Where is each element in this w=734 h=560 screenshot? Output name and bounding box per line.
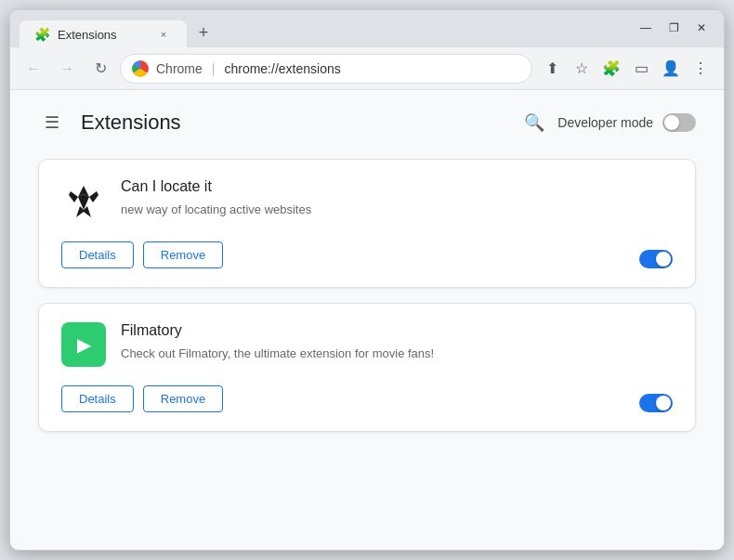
remove-button-filmatory[interactable]: Remove [143, 385, 223, 412]
ext-icon-canlocate [61, 178, 106, 223]
remove-button-canlocate[interactable]: Remove [143, 241, 223, 268]
toggle-knob-filmatory [656, 396, 671, 410]
new-tab-button[interactable]: + [190, 20, 216, 46]
address-bar[interactable]: Chrome | chrome://extensions [120, 54, 532, 84]
ext-header-canlocate: Can I locate it new way of locating acti… [61, 178, 673, 223]
page-title: Extensions [81, 111, 181, 135]
profile-button[interactable]: 👤 [657, 55, 685, 83]
page-content: ☰ Extensions 🔍 Developer mode [10, 90, 724, 550]
title-bar: 🧩 Extensions × + — ❐ ✕ [10, 10, 724, 47]
ext-info-canlocate: Can I locate it new way of locating acti… [121, 178, 673, 219]
toggle-knob [664, 115, 679, 130]
filmatory-svg-icon [61, 322, 106, 367]
bookmark-button[interactable]: ☆ [568, 55, 596, 83]
ext-actions-filmatory: Details Remove [61, 385, 673, 412]
ext-name-canlocate: Can I locate it [121, 178, 673, 195]
maximize-button[interactable]: ❐ [661, 18, 687, 38]
developer-mode-area: 🔍 Developer mode [520, 109, 696, 137]
toggle-knob-canlocate [656, 252, 671, 267]
ext-header-filmatory: Filmatory Check out Filmatory, the ultim… [61, 322, 673, 367]
tab-close-button[interactable]: × [155, 26, 172, 43]
page-header: ☰ Extensions 🔍 Developer mode [38, 109, 696, 137]
address-separator: | [212, 61, 216, 76]
minimize-button[interactable]: — [633, 18, 659, 38]
chrome-label: Chrome [156, 61, 203, 76]
toolbar: ← → ↻ Chrome | chrome://extensions ⬆ ☆ 🧩… [10, 47, 724, 90]
ext-enable-toggle-filmatory[interactable] [639, 394, 673, 412]
window-controls: — ❐ ✕ [633, 18, 714, 38]
close-button[interactable]: ✕ [688, 18, 714, 38]
address-text: chrome://extensions [224, 61, 340, 76]
developer-mode-toggle[interactable] [662, 113, 696, 132]
extension-card-canlocate: Can I locate it new way of locating acti… [38, 159, 696, 288]
details-button-filmatory[interactable]: Details [61, 385, 134, 412]
browser-window: 🧩 Extensions × + — ❐ ✕ ← → ↻ Chrome | ch… [9, 9, 725, 551]
hamburger-menu-button[interactable]: ☰ [38, 109, 66, 137]
ext-enable-toggle-canlocate[interactable] [639, 250, 673, 268]
ext-toggle-area-filmatory [639, 394, 673, 412]
ext-description-filmatory: Check out Filmatory, the ultimate extens… [121, 345, 673, 363]
svg-marker-2 [89, 191, 98, 202]
ext-icon-filmatory [61, 322, 106, 367]
ext-toggle-area-canlocate [639, 250, 673, 268]
ext-name-filmatory: Filmatory [121, 322, 673, 339]
sidebar-button[interactable]: ▭ [627, 55, 655, 83]
refresh-button[interactable]: ↻ [86, 55, 114, 83]
svg-marker-1 [69, 191, 78, 202]
canlocate-svg-icon [61, 178, 106, 223]
active-tab[interactable]: 🧩 Extensions × [20, 20, 187, 48]
ext-info-filmatory: Filmatory Check out Filmatory, the ultim… [121, 322, 673, 363]
extensions-page: ☰ Extensions 🔍 Developer mode [10, 90, 724, 465]
forward-button[interactable]: → [53, 55, 81, 83]
developer-mode-label: Developer mode [557, 115, 653, 130]
menu-button[interactable]: ⋮ [687, 55, 714, 83]
share-button[interactable]: ⬆ [538, 55, 566, 83]
tab-extension-icon: 🧩 [34, 27, 50, 42]
search-button[interactable]: 🔍 [520, 109, 548, 137]
extensions-button[interactable]: 🧩 [597, 55, 625, 83]
back-button[interactable]: ← [20, 55, 47, 83]
details-button-canlocate[interactable]: Details [61, 241, 134, 268]
ext-actions-canlocate: Details Remove [61, 241, 673, 268]
extension-card-filmatory: Filmatory Check out Filmatory, the ultim… [38, 303, 696, 432]
page-title-area: ☰ Extensions [38, 109, 181, 137]
chrome-icon [132, 60, 149, 77]
toolbar-icons: ⬆ ☆ 🧩 ▭ 👤 ⋮ [538, 55, 714, 83]
ext-description-canlocate: new way of locating active websites [121, 201, 673, 219]
tab-label: Extensions [58, 28, 117, 42]
